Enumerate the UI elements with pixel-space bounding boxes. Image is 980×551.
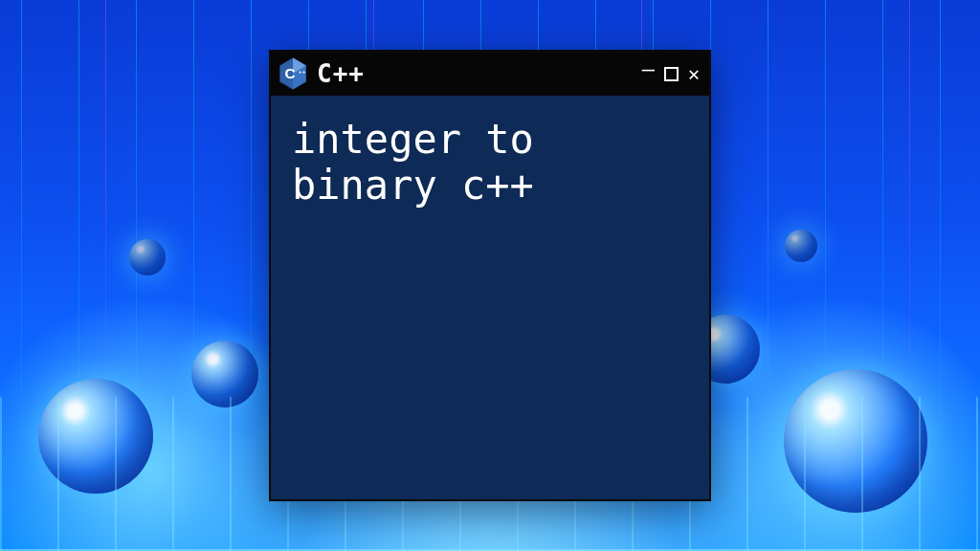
decorative-orb (129, 239, 166, 276)
decorative-orb (784, 369, 927, 513)
window-title: C++ (317, 59, 633, 88)
cpp-logo-icon: C + + (278, 57, 307, 90)
titlebar[interactable]: C + + C++ — (271, 52, 709, 96)
terminal-window: C + + C++ — integer to binary c++ (269, 50, 711, 501)
svg-text:+: + (302, 69, 306, 75)
decorative-orb (38, 379, 153, 494)
svg-text:C: C (284, 65, 295, 81)
window-body-text: integer to binary c++ (271, 96, 709, 499)
minimize-icon[interactable]: — (642, 58, 655, 79)
maximize-icon[interactable] (664, 67, 679, 81)
decorative-orb (785, 230, 817, 262)
svg-text:+: + (299, 69, 302, 75)
close-icon[interactable] (688, 63, 700, 84)
